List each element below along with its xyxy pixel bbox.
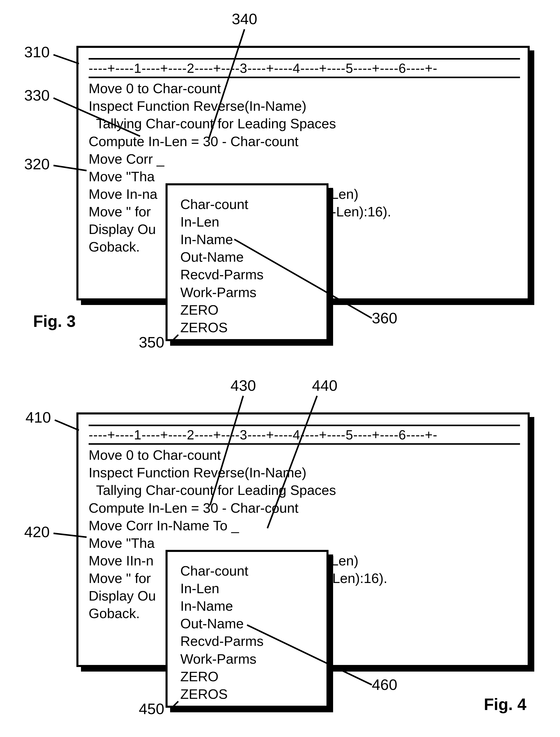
fig3-popup-item-0[interactable]: Char-count: [180, 196, 316, 213]
callout-340: 340: [232, 10, 257, 28]
fig4-code-4[interactable]: Move Corr In-Name To _: [89, 517, 520, 534]
callout-310: 310: [24, 43, 50, 61]
callout-410: 410: [25, 408, 51, 426]
fig3-code-2[interactable]: Tallying Char-count for Leading Spaces: [89, 115, 520, 132]
fig4-rule-top: [89, 424, 520, 426]
fig3-popup-item-1[interactable]: In-Len: [180, 213, 316, 231]
fig4-popup-item-5[interactable]: Work-Parms: [180, 650, 316, 668]
callout-450: 450: [139, 700, 164, 718]
fig4-code-2[interactable]: Tallying Char-count for Leading Spaces: [89, 481, 520, 499]
callout-360: 360: [372, 309, 397, 327]
fig4-ruler: ----+----1----+----2----+----3----+----4…: [89, 428, 520, 442]
fig3-code-1[interactable]: Inspect Function Reverse(In-Name): [89, 97, 520, 115]
fig4-popup-item-1[interactable]: In-Len: [180, 580, 316, 597]
callout-330: 330: [24, 87, 50, 104]
fig4-code-1[interactable]: Inspect Function Reverse(In-Name): [89, 464, 520, 481]
fig3-popup-item-3[interactable]: Out-Name: [180, 248, 316, 266]
fig4-popup-item-3[interactable]: Out-Name: [180, 615, 316, 632]
callout-430: 430: [230, 377, 256, 394]
fig3-popup-item-2[interactable]: In-Name: [180, 231, 316, 248]
callout-420: 420: [24, 523, 50, 541]
svg-line-8: [55, 420, 79, 430]
fig3-rule-top: [89, 58, 520, 60]
fig4-popup-item-2[interactable]: In-Name: [180, 597, 316, 615]
fig3-label: Fig. 3: [33, 312, 76, 331]
fig3-code-0[interactable]: Move 0 to Char-count: [89, 80, 520, 97]
fig3-popup-item-4[interactable]: Recvd-Parms: [180, 266, 316, 283]
callout-320: 320: [24, 155, 50, 173]
fig4-popup-item-0[interactable]: Char-count: [180, 562, 316, 580]
fig3-popup-item-7[interactable]: ZEROS: [180, 319, 316, 336]
svg-line-1: [53, 55, 79, 64]
fig4-popup-item-4[interactable]: Recvd-Parms: [180, 632, 316, 650]
callout-350: 350: [139, 334, 164, 351]
fig3-ruler: ----+----1----+----2----+----3----+----4…: [89, 61, 520, 76]
fig3-rule-bottom: [89, 77, 520, 78]
fig3-code-5[interactable]: Move "Tha: [89, 168, 520, 185]
fig3-code-3[interactable]: Compute In-Len = 30 - Char-count: [89, 133, 520, 150]
fig4-code-5[interactable]: Move "Tha: [89, 534, 520, 552]
fig3-popup-item-5[interactable]: Work-Parms: [180, 284, 316, 301]
page: ----+----1----+----2----+----3----+----4…: [0, 0, 560, 737]
fig4-rule-bottom: [89, 443, 520, 445]
fig4-autocomplete-popup: Char-count In-Len In-Name Out-Name Recvd…: [166, 550, 329, 708]
fig4-code-0[interactable]: Move 0 to Char-count: [89, 446, 520, 464]
fig4-popup-item-7[interactable]: ZEROS: [180, 685, 316, 703]
fig4-popup-item-6[interactable]: ZERO: [180, 668, 316, 685]
fig3-code-4[interactable]: Move Corr _: [89, 150, 520, 168]
callout-440: 440: [312, 377, 337, 394]
callout-460: 460: [372, 676, 397, 693]
fig4-label: Fig. 4: [484, 695, 526, 714]
fig4-code-3[interactable]: Compute In-Len = 30 - Char-count: [89, 499, 520, 517]
fig3-popup-item-6[interactable]: ZERO: [180, 301, 316, 319]
fig3-autocomplete-popup: Char-count In-Len In-Name Out-Name Recvd…: [166, 183, 329, 341]
